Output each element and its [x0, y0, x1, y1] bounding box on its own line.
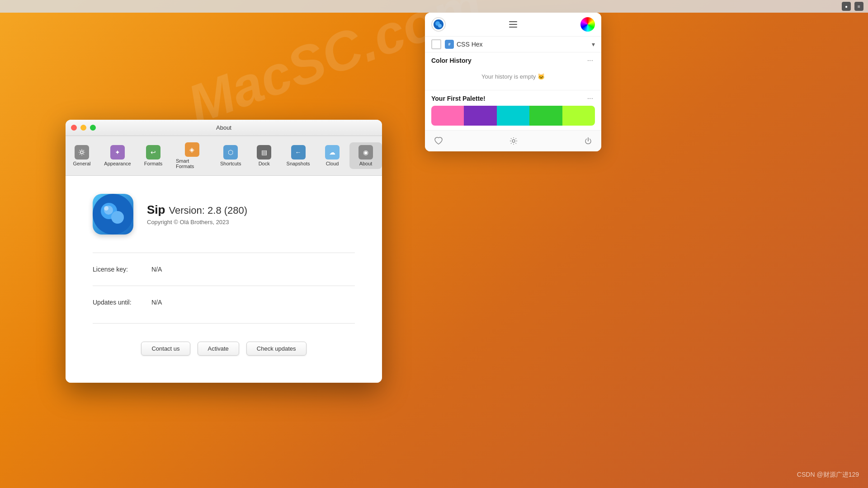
color-history-header: Color History ··· — [431, 57, 595, 64]
format-label-container: # CSS Hex — [445, 40, 588, 49]
contact-us-button[interactable]: Contact us — [141, 342, 190, 356]
css-hex-icon: # — [445, 40, 454, 49]
activate-button[interactable]: Activate — [198, 342, 239, 356]
svg-point-3 — [111, 211, 124, 224]
topbar-right: ● ≡ — [842, 2, 863, 11]
settings-button[interactable] — [508, 135, 519, 147]
button-row: Contact us Activate Check updates — [93, 333, 355, 365]
window-minimize-button[interactable] — [80, 125, 86, 131]
toolbar-item-cloud[interactable]: ☁ Cloud — [316, 142, 349, 169]
general-icon — [75, 145, 89, 160]
formats-icon: ↩ — [146, 145, 160, 160]
palette-section: Your First Palette! ··· — [425, 90, 601, 130]
toolbar-item-general[interactable]: General — [66, 142, 98, 169]
divider-2 — [93, 286, 355, 286]
about-label: About — [359, 161, 373, 166]
snapshots-label: Snapshots — [287, 161, 310, 166]
svg-point-8 — [438, 24, 442, 28]
sip-menu-button[interactable] — [507, 18, 519, 31]
license-value: N/A — [151, 266, 162, 273]
divider-1 — [93, 253, 355, 253]
cloud-label: Cloud — [326, 161, 339, 166]
check-updates-button[interactable]: Check updates — [246, 342, 307, 356]
appearance-label: Appearance — [104, 161, 131, 166]
updates-label: Updates until: — [93, 299, 151, 306]
palette-title: Your First Palette! — [431, 95, 486, 102]
svg-rect-11 — [509, 27, 517, 28]
toolbar-item-snapshots[interactable]: ← Snapshots — [281, 142, 315, 169]
app-name-line: Sip Version: 2.8 (280) — [147, 203, 247, 217]
window-toolbar: General ✦ Appearance ↩ Formats ◈ Smart F… — [66, 136, 382, 176]
color-wheel-button[interactable] — [580, 17, 595, 32]
updates-value: N/A — [151, 299, 162, 306]
divider-3 — [93, 323, 355, 324]
svg-point-0 — [80, 151, 83, 154]
sip-format-bar[interactable]: # CSS Hex ▾ — [425, 36, 601, 52]
svg-point-12 — [512, 140, 515, 142]
palette-color-4[interactable] — [529, 106, 562, 126]
palette-color-5[interactable] — [562, 106, 595, 126]
window-maximize-button[interactable] — [90, 125, 96, 131]
color-history-section: Color History ··· Your history is empty … — [425, 52, 601, 90]
color-history-empty: Your history is empty 🐱 — [431, 68, 595, 85]
appearance-icon: ✦ — [110, 145, 125, 160]
svg-rect-10 — [509, 24, 517, 25]
window-titlebar: About — [66, 120, 382, 136]
palette-color-1[interactable] — [431, 106, 464, 126]
color-history-title: Color History — [431, 57, 472, 64]
about-content: Sip Version: 2.8 (280) Copyright © Olá B… — [66, 176, 382, 383]
dock-icon: ▤ — [257, 145, 271, 160]
power-button[interactable] — [582, 135, 594, 147]
shortcuts-label: Shortcuts — [220, 161, 241, 166]
svg-point-5 — [104, 206, 108, 211]
toolbar-item-shortcuts[interactable]: ⬡ Shortcuts — [214, 142, 247, 169]
app-copyright: Copyright © Olá Brothers, 2023 — [147, 219, 247, 225]
cloud-icon: ☁ — [325, 145, 340, 160]
formats-label: Formats — [144, 161, 162, 166]
info-row-updates: Updates until: N/A — [93, 295, 355, 310]
app-info: Sip Version: 2.8 (280) Copyright © Olá B… — [93, 194, 355, 235]
palette-more-button[interactable]: ··· — [585, 95, 595, 102]
window-controls — [71, 125, 96, 131]
sip-logo-button[interactable] — [431, 17, 446, 32]
format-text: CSS Hex — [457, 41, 483, 48]
menu-bar-toggle[interactable]: ≡ — [854, 2, 863, 11]
info-table: License key: N/A Updates until: N/A — [93, 262, 355, 310]
bottom-credit: CSDN @财源广进129 — [797, 471, 859, 479]
license-label: License key: — [93, 266, 151, 273]
color-preview-square — [431, 39, 441, 49]
palette-color-3[interactable] — [497, 106, 529, 126]
app-name: Sip — [147, 203, 165, 217]
toolbar-item-smart-formats[interactable]: ◈ Smart Formats — [170, 140, 213, 172]
palette-color-2[interactable] — [464, 106, 496, 126]
palette-header: Your First Palette! ··· — [431, 95, 595, 102]
toolbar-item-about[interactable]: ◉ About — [349, 142, 382, 169]
smart-formats-label: Smart Formats — [176, 158, 208, 169]
sip-panel: # CSS Hex ▾ Color History ··· Your histo… — [425, 13, 601, 151]
macos-topbar: ● ≡ — [0, 0, 868, 13]
snapshots-icon: ← — [291, 145, 306, 160]
info-row-license: License key: N/A — [93, 262, 355, 277]
svg-rect-9 — [509, 21, 517, 22]
toolbar-item-formats[interactable]: ↩ Formats — [137, 142, 170, 169]
dock-label: Dock — [259, 161, 270, 166]
shortcuts-icon: ⬡ — [223, 145, 238, 160]
app-name-version: Sip Version: 2.8 (280) Copyright © Olá B… — [147, 203, 247, 225]
window-close-button[interactable] — [71, 125, 77, 131]
menu-bar-sip-icon[interactable]: ● — [842, 2, 851, 11]
format-dropdown-chevron[interactable]: ▾ — [592, 41, 595, 48]
smart-formats-icon: ◈ — [185, 142, 199, 157]
toolbar-item-appearance[interactable]: ✦ Appearance — [99, 142, 136, 169]
about-icon: ◉ — [359, 145, 373, 160]
color-history-more-button[interactable]: ··· — [585, 57, 595, 64]
palette-colors — [431, 106, 595, 126]
window-title: About — [216, 124, 231, 131]
favorites-button[interactable] — [432, 135, 445, 147]
app-icon — [93, 194, 133, 235]
app-version: Version: 2.8 (280) — [169, 205, 247, 216]
toolbar-item-dock[interactable]: ▤ Dock — [248, 142, 280, 169]
about-window: About General ✦ Appearance ↩ Formats — [66, 120, 382, 383]
sip-panel-header — [425, 13, 601, 36]
sip-panel-footer — [425, 130, 601, 151]
general-label: General — [73, 161, 90, 166]
